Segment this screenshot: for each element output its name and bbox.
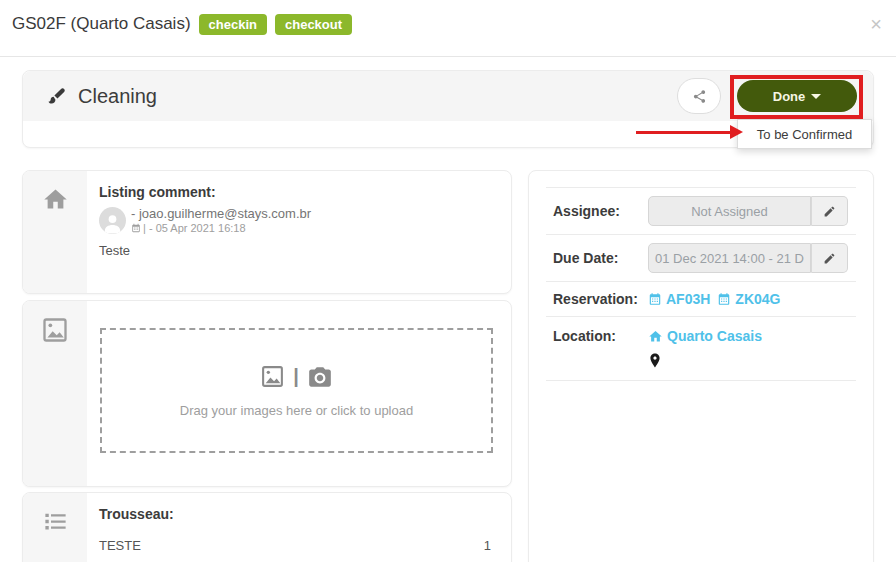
listing-comment-title: Listing comment: [99, 184, 495, 200]
checkin-badge: checkin [199, 14, 267, 35]
reservation-links: AF03H ZK04G [648, 291, 780, 307]
chevron-down-icon [811, 94, 821, 99]
page-header: GS02F (Quarto Casais) checkin checkout × [0, 0, 896, 57]
share-button[interactable] [677, 78, 721, 114]
due-date-input-group [648, 243, 848, 273]
comment-meta-text: - joao.guilherme@stays.com.br | - 05 Apr… [131, 206, 311, 234]
location-value: Quarto Casais [648, 328, 762, 368]
dropzone-hint: Drag your images here or click to upload [180, 403, 413, 418]
assignee-input [648, 196, 811, 226]
reservation-label: Reservation: [553, 291, 648, 307]
assignee-edit-button[interactable] [811, 196, 848, 226]
close-icon: × [870, 13, 882, 35]
calendar-icon [648, 292, 662, 306]
cleaning-brush-icon [46, 86, 67, 107]
task-title: Cleaning [78, 85, 157, 108]
location-link[interactable]: Quarto Casais [648, 328, 762, 344]
calendar-icon [717, 292, 731, 306]
due-date-row: Due Date: [546, 235, 856, 282]
status-dropdown-menu: To be Confirmed [737, 119, 872, 149]
location-name: Quarto Casais [667, 328, 762, 344]
map-pin-icon[interactable] [649, 353, 762, 368]
home-icon [648, 329, 663, 344]
divider-glyph: | [293, 365, 299, 388]
list-icon [42, 508, 69, 562]
comment-body-text: Teste [99, 243, 495, 258]
trousseau-card: Trousseau: TESTE 1 [22, 492, 512, 562]
status-done-label: Done [773, 89, 806, 104]
task-details-card: Assignee: Due Date: Reservation: [528, 170, 874, 562]
image-icon [260, 364, 285, 389]
listing-comment-card: Listing comment: - joao.guilherme@stays.… [22, 170, 512, 294]
comment-date: | - 05 Apr 2021 16:18 [131, 222, 311, 234]
trousseau-item-name: TESTE [99, 538, 141, 553]
image-dropzone[interactable]: | Drag your images here or click to uplo… [100, 328, 493, 453]
images-card-body: | Drag your images here or click to uplo… [87, 301, 511, 486]
due-date-label: Due Date: [553, 250, 648, 266]
assignee-row: Assignee: [546, 187, 856, 235]
images-card: | Drag your images here or click to uplo… [22, 300, 512, 487]
reservation-code: AF03H [666, 291, 710, 307]
pencil-icon [823, 252, 836, 265]
share-icon [692, 89, 707, 104]
calendar-icon [131, 223, 141, 233]
due-date-edit-button[interactable] [811, 243, 848, 273]
assignee-input-group [648, 196, 848, 226]
listing-comment-rail [23, 171, 87, 293]
reservation-link-af03h[interactable]: AF03H [648, 291, 710, 307]
reservation-code: ZK04G [735, 291, 780, 307]
comment-timestamp: | - 05 Apr 2021 16:18 [143, 222, 246, 234]
trousseau-title: Trousseau: [99, 506, 495, 522]
status-option-to-be-confirmed[interactable]: To be Confirmed [738, 120, 871, 148]
close-button[interactable]: × [870, 14, 882, 34]
status-done-button[interactable]: Done [737, 80, 857, 112]
home-icon [42, 186, 69, 293]
pencil-icon [823, 205, 836, 218]
comment-meta: - joao.guilherme@stays.com.br | - 05 Apr… [99, 206, 495, 234]
reservation-row: Reservation: AF03H ZK04G [546, 282, 856, 317]
trousseau-item-quantity: 1 [484, 538, 491, 553]
dropzone-icons: | [260, 364, 333, 390]
trousseau-item-row: TESTE 1 [99, 538, 495, 553]
due-date-input [648, 243, 811, 273]
comment-author: - joao.guilherme@stays.com.br [131, 206, 311, 221]
location-label: Location: [553, 328, 648, 344]
page-title: GS02F (Quarto Casais) [12, 14, 191, 34]
location-row: Location: Quarto Casais [546, 317, 856, 381]
checkout-badge: checkout [275, 14, 352, 35]
avatar [99, 207, 126, 234]
trousseau-card-rail [23, 493, 87, 562]
trousseau-card-body: Trousseau: TESTE 1 [87, 493, 511, 562]
reservation-link-zk04g[interactable]: ZK04G [717, 291, 780, 307]
listing-comment-body: Listing comment: - joao.guilherme@stays.… [87, 171, 511, 293]
image-icon [41, 316, 69, 486]
assignee-label: Assignee: [553, 203, 648, 219]
camera-icon [307, 364, 333, 390]
images-card-rail [23, 301, 87, 486]
task-card-header: Cleaning Done [23, 71, 873, 121]
